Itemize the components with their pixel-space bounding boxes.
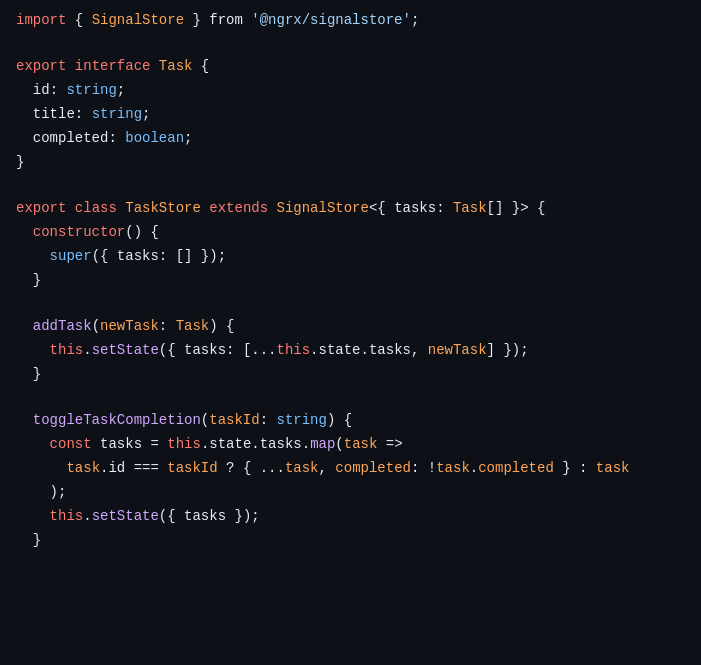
code-token: } [16, 529, 41, 551]
code-token: state [319, 339, 361, 361]
code-token: string [66, 79, 116, 101]
code-token [16, 505, 50, 527]
code-token: super [50, 245, 92, 267]
code-token: }> { [503, 197, 545, 219]
code-token [16, 221, 33, 243]
code-token: completed [335, 457, 411, 479]
code-line: } [0, 362, 701, 386]
code-token [16, 457, 66, 479]
code-token: taskId [167, 457, 217, 479]
code-line: ); [0, 480, 701, 504]
code-token [16, 127, 33, 149]
code-token: addTask [33, 315, 92, 337]
code-line: completed: boolean; [0, 126, 701, 150]
code-token: . [251, 433, 259, 455]
code-token: ; [411, 9, 419, 31]
code-token: = [142, 433, 167, 455]
code-token: } [184, 9, 209, 31]
code-line: const tasks = this.state.tasks.map(task … [0, 432, 701, 456]
code-token: completed [33, 127, 109, 149]
code-token [16, 339, 50, 361]
code-token: this [277, 339, 311, 361]
code-token: tasks [184, 339, 226, 361]
code-token [16, 315, 33, 337]
code-token [16, 409, 33, 431]
code-token: state [209, 433, 251, 455]
code-token: tasks [260, 433, 302, 455]
code-token: class [75, 197, 117, 219]
code-token: [] [487, 197, 504, 219]
code-token: title [33, 103, 75, 125]
code-token: tasks [394, 197, 436, 219]
code-token: interface [75, 55, 151, 77]
code-line [0, 292, 701, 314]
code-token: task [596, 457, 630, 479]
code-token: taskId [209, 409, 259, 431]
code-token: newTask [428, 339, 487, 361]
code-token: tasks [100, 433, 142, 455]
code-token [66, 55, 74, 77]
code-token: setState [92, 505, 159, 527]
code-token: string [276, 409, 326, 431]
code-line: } [0, 528, 701, 552]
code-line: this.setState({ tasks: [...this.state.ta… [0, 338, 701, 362]
code-token: : ! [411, 457, 436, 479]
code-token: . [302, 433, 310, 455]
code-token: ) { [327, 409, 352, 431]
code-token: export [16, 55, 66, 77]
code-token: . [310, 339, 318, 361]
code-token: : [] }); [159, 245, 226, 267]
code-token: } [16, 151, 24, 173]
code-line: } [0, 150, 701, 174]
code-token: ( [201, 409, 209, 431]
code-token: , [411, 339, 428, 361]
code-token: ({ [159, 505, 184, 527]
code-line: export interface Task { [0, 54, 701, 78]
code-token: string [92, 103, 142, 125]
code-token: ); [16, 481, 66, 503]
code-token: task [66, 457, 100, 479]
code-token: SignalStore [92, 9, 184, 31]
code-token: . [83, 505, 91, 527]
code-token: : [108, 127, 125, 149]
code-token: () { [125, 221, 159, 243]
code-token: task [344, 433, 378, 455]
code-editor: import { SignalStore } from '@ngrx/signa… [0, 0, 701, 665]
code-token: toggleTaskCompletion [33, 409, 201, 431]
code-token [268, 197, 276, 219]
code-token: ( [92, 315, 100, 337]
code-line: super({ tasks: [] }); [0, 244, 701, 268]
code-line: } [0, 268, 701, 292]
code-token: task [436, 457, 470, 479]
code-token: from [209, 9, 243, 31]
code-token: ( [335, 433, 343, 455]
code-token: this [50, 339, 84, 361]
code-token: tasks [184, 505, 226, 527]
code-token: task [285, 457, 319, 479]
code-token: ({ [92, 245, 117, 267]
code-token [16, 433, 50, 455]
code-token: tasks [117, 245, 159, 267]
code-token: boolean [125, 127, 184, 149]
code-line: toggleTaskCompletion(taskId: string) { [0, 408, 701, 432]
code-token: '@ngrx/signalstore' [251, 9, 411, 31]
code-token: ] }); [487, 339, 529, 361]
code-token: id [108, 457, 125, 479]
code-token: tasks [369, 339, 411, 361]
code-token: newTask [100, 315, 159, 337]
code-line: addTask(newTask: Task) { [0, 314, 701, 338]
code-token: : [75, 103, 92, 125]
code-token: { [192, 55, 209, 77]
code-token: , [319, 457, 336, 479]
code-token: id [33, 79, 50, 101]
code-token: : [50, 79, 67, 101]
code-token: SignalStore [277, 197, 369, 219]
code-line [0, 174, 701, 196]
code-token [66, 197, 74, 219]
code-token: this [167, 433, 201, 455]
code-line: import { SignalStore } from '@ngrx/signa… [0, 8, 701, 32]
code-token: constructor [33, 221, 125, 243]
code-token [150, 55, 158, 77]
code-token [201, 197, 209, 219]
code-token [16, 245, 50, 267]
